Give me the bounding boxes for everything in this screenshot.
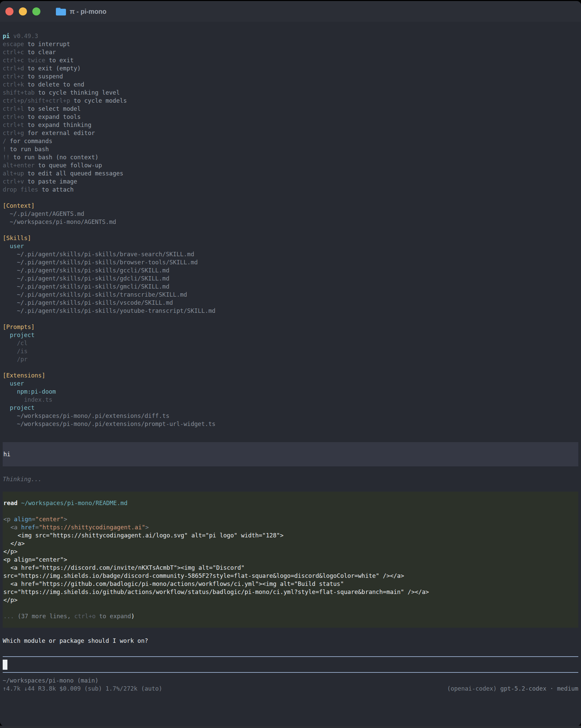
close-button[interactable] [5,7,14,16]
terminal-line [3,363,578,371]
folder-icon [56,8,66,16]
terminal-line: alt+enter to queue follow-up [3,161,578,170]
prompt-input[interactable] [3,656,578,673]
status-token-stats: ↑4.7k ↓44 R3.8k $0.009 (sub) 1.7%/272k (… [3,684,162,693]
screen: { "colors": { "window_bg": "#272a32", "t… [0,0,581,728]
terminal-line: ~/.pi/agent/skills/pi-skills/transcribe/… [3,291,578,299]
terminal-line: ~/.pi/agent/skills/pi-skills/gmcli/SKILL… [3,283,578,291]
terminal-line: ... (37 more lines, ctrl+o to expand) [3,612,578,620]
terminal-line: /pr [3,355,578,363]
session-info: pi v0.49.3escape to interruptctrl+c to c… [3,32,578,428]
terminal-line: ~/workspaces/pi-mono/.pi/extensions/diff… [3,412,578,420]
desktop-edge [0,726,581,728]
terminal-window: π - pi-mono pi v0.49.3escape to interrup… [0,1,581,726]
terminal-line: [Context] [3,202,578,210]
terminal-line: src="https://img.shields.io/github/actio… [3,588,578,596]
user-message-text: hi [3,450,578,458]
terminal-line: <a href="https://github.com/badlogic/pi-… [3,580,578,588]
terminal-line: pi v0.49.3 [3,32,578,40]
terminal-line: [Skills] [3,234,578,242]
terminal-line: user [3,380,578,388]
terminal-line: ctrl+k to delete to end [3,80,578,88]
status-branch: ~/workspaces/pi-mono (main) [3,676,578,684]
terminal-line: ctrl+t to expand thinking [3,121,578,129]
terminal-line: project [3,404,578,412]
terminal-line: drop files to attach [3,185,578,193]
terminal-line: ctrl+v to paste image [3,178,578,185]
assistant-message: Which module or package should I work on… [3,637,578,645]
terminal-line: ~/.pi/agent/skills/pi-skills/gdcli/SKILL… [3,275,578,283]
status-bar: ~/workspaces/pi-mono (main) ↑4.7k ↓44 R3… [3,676,578,693]
terminal-line: /cl [3,339,578,347]
terminal-line: ctrl+z to suspend [3,72,578,80]
window-title: π - pi-mono [70,8,106,16]
terminal-line: escape to interrupt [3,40,578,48]
terminal-line: ~/.pi/agent/skills/pi-skills/gccli/SKILL… [3,266,578,275]
terminal-line: ctrl+g for external editor [3,129,578,137]
terminal-line: <p align="center"> [3,555,578,564]
terminal-line: ~/.pi/agent/AGENTS.md [3,210,578,218]
terminal-line [3,507,578,515]
maximize-button[interactable] [32,7,41,16]
terminal-line: ~/.pi/agent/skills/pi-skills/vscode/SKIL… [3,299,578,307]
terminal-line: [Extensions] [3,371,578,380]
terminal-line: <a href="https://discord.com/invite/nKXT… [3,564,578,572]
terminal-line: user [3,242,578,250]
thinking-indicator: Thinking... [3,475,578,483]
terminal-line [3,604,578,612]
terminal-line [3,226,578,234]
terminal-line: [Prompts] [3,323,578,331]
minimize-button[interactable] [19,7,27,16]
terminal-line: !! to run bash (no context) [3,153,578,161]
terminal-line: ! to run bash [3,145,578,153]
terminal-line: / for commands [3,137,578,145]
status-stats-row: ↑4.7k ↓44 R3.8k $0.009 (sub) 1.7%/272k (… [3,684,578,693]
terminal-line: ctrl+p/shift+ctrl+p to cycle models [3,97,578,105]
terminal-line: /is [3,347,578,355]
terminal-line: </a> [3,540,578,547]
terminal-line [3,315,578,323]
text-cursor [3,660,7,670]
terminal-line: ~/.pi/agent/skills/pi-skills/youtube-tra… [3,307,578,315]
terminal-line: ~/workspaces/pi-mono/.pi/extensions/prom… [3,420,578,428]
terminal-line: src="https://img.shields.io/badge/discor… [3,572,578,580]
terminal-content: pi v0.49.3escape to interruptctrl+c to c… [0,22,581,693]
terminal-line: npm:pi-doom [3,388,578,396]
terminal-line: read ~/workspaces/pi-mono/README.md [3,499,578,507]
terminal-line: ctrl+l to select model [3,105,578,113]
terminal-line: <img src="https://shittycodingagent.ai/l… [3,531,578,540]
terminal-line: ~/workspaces/pi-mono/AGENTS.md [3,218,578,226]
tool-call-read-block: read ~/workspaces/pi-mono/README.md<p al… [3,492,578,628]
window-titlebar[interactable]: π - pi-mono [0,1,581,22]
terminal-line: <p align="center"> [3,515,578,523]
terminal-line: ctrl+d to exit (empty) [3,64,578,72]
user-message-box: hi [3,442,578,466]
terminal-line: project [3,331,578,339]
terminal-line: <a href="https://shittycodingagent.ai"> [3,523,578,531]
terminal-line: shift+tab to cycle thinking level [3,88,578,97]
tool-call-lines: read ~/workspaces/pi-mono/README.md<p al… [3,499,578,620]
terminal-line: ctrl+c twice to exit [3,56,578,64]
terminal-line: ctrl+c to clear [3,48,578,56]
terminal-line: ~/.pi/agent/skills/pi-skills/browser-too… [3,258,578,266]
terminal-line: index.ts [3,396,578,404]
terminal-line: </p> [3,596,578,604]
terminal-line [3,193,578,202]
terminal-line: ~/.pi/agent/skills/pi-skills/brave-searc… [3,250,578,258]
terminal-line: </p> [3,547,578,555]
status-model: (openai-codex) gpt-5.2-codex · medium [447,684,578,693]
terminal-line: alt+up to edit all queued messages [3,170,578,178]
terminal-line: ctrl+o to expand tools [3,113,578,121]
